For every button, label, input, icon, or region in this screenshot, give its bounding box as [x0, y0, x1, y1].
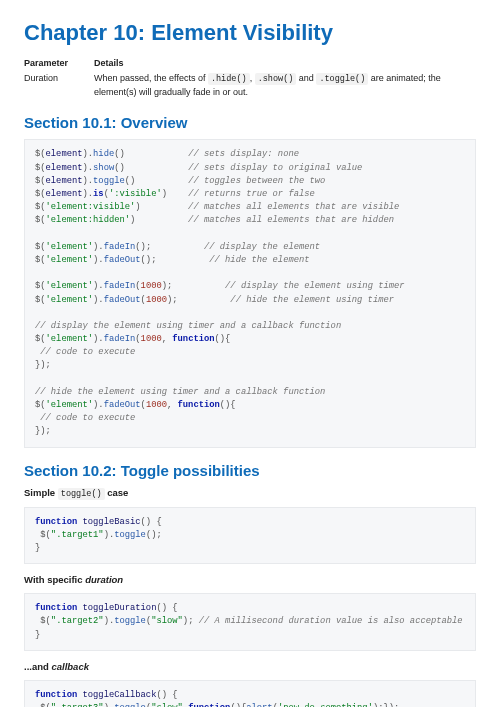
parameters-table: Parameter Details Duration When passed, … [24, 56, 476, 100]
subheading-duration: With specific duration [24, 574, 476, 585]
subheading-callback: ...and callback [24, 661, 476, 672]
code-block-callback: function toggleCallback() { $(".target3"… [24, 680, 476, 707]
param-name: Duration [24, 70, 94, 100]
chapter-title: Chapter 10: Element Visibility [24, 20, 476, 46]
subheading-simple: Simple toggle() case [24, 487, 476, 499]
section-2-title: Section 10.2: Toggle possibilities [24, 462, 476, 479]
code-block-basic: function toggleBasic() { $(".target1").t… [24, 507, 476, 565]
col-details: Details [94, 56, 476, 70]
table-row: Duration When passed, the effects of .hi… [24, 70, 476, 100]
code-block-duration: function toggleDuration() { $(".target2"… [24, 593, 476, 651]
param-details: When passed, the effects of .hide(), .sh… [94, 70, 476, 100]
section-1-title: Section 10.1: Overview [24, 114, 476, 131]
col-param: Parameter [24, 56, 94, 70]
code-block-overview: $(element).hide() // sets display: none … [24, 139, 476, 447]
